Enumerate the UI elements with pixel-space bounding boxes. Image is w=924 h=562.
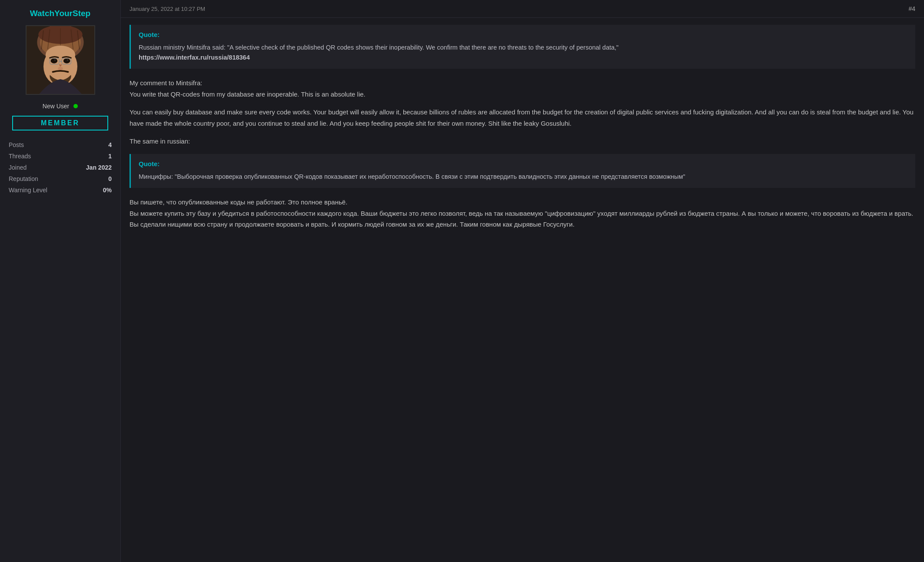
svg-point-13	[54, 59, 56, 61]
user-role-row: New User	[7, 103, 113, 110]
stat-value: 0%	[70, 184, 113, 196]
quote-block-1: Quote: Russian ministry Mintsifra said: …	[130, 25, 915, 69]
quote-1-label: Quote:	[139, 31, 907, 38]
stat-label: Threads	[7, 151, 70, 162]
stat-value: Jan 2022	[70, 162, 113, 173]
stats-table: Posts4Threads1JoinedJan 2022Reputation0W…	[7, 139, 113, 196]
stat-value: 1	[70, 151, 113, 162]
stat-label: Reputation	[7, 173, 70, 184]
post-paragraph-2: You can easily buy database and make sur…	[130, 107, 915, 129]
quote-block-2: Quote: Минцифры: "Выборочная проверка оп…	[130, 154, 915, 188]
svg-point-18	[58, 67, 63, 70]
sidebar: WatchYourStep	[0, 0, 121, 562]
stats-row: Posts4	[7, 139, 113, 151]
post-paragraph-3: The same in russian:	[130, 136, 915, 147]
post-number: #4	[908, 5, 915, 12]
stat-label: Warning Level	[7, 184, 70, 196]
stat-value: 0	[70, 173, 113, 184]
username: WatchYourStep	[30, 9, 90, 18]
post-header: January 25, 2022 at 10:27 PM #4	[121, 0, 924, 18]
member-badge-text: MEMBER	[41, 119, 80, 127]
stat-label: Joined	[7, 162, 70, 173]
stat-value: 4	[70, 139, 113, 151]
post-paragraph-4: Вы пишете, что опубликованные коды не ра…	[130, 197, 915, 230]
stats-row: Warning Level0%	[7, 184, 113, 196]
stats-row: Reputation0	[7, 173, 113, 184]
svg-point-11	[50, 58, 57, 64]
quote-1-text: Russian ministry Mintsifra said: "A sele…	[139, 43, 907, 63]
quote-1-link[interactable]: https://www.interfax.ru/russia/818364	[139, 54, 250, 61]
quote-2-label: Quote:	[139, 160, 907, 167]
stats-row: Threads1	[7, 151, 113, 162]
svg-point-12	[63, 58, 70, 64]
post-body: Quote: Russian ministry Mintsifra said: …	[121, 18, 924, 237]
user-role-label: New User	[43, 103, 69, 110]
member-badge: MEMBER	[12, 116, 108, 130]
main-content: January 25, 2022 at 10:27 PM #4 Quote: R…	[121, 0, 924, 562]
stats-row: JoinedJan 2022	[7, 162, 113, 173]
quote-2-text: Минцифры: "Выборочная проверка опубликов…	[139, 172, 907, 182]
stat-label: Posts	[7, 139, 70, 151]
online-status-dot	[73, 104, 78, 108]
post-timestamp: January 25, 2022 at 10:27 PM	[130, 6, 205, 12]
svg-point-14	[66, 59, 68, 61]
post-paragraph-1: My comment to Mintsifra: You write that …	[130, 77, 915, 100]
avatar	[26, 25, 95, 95]
